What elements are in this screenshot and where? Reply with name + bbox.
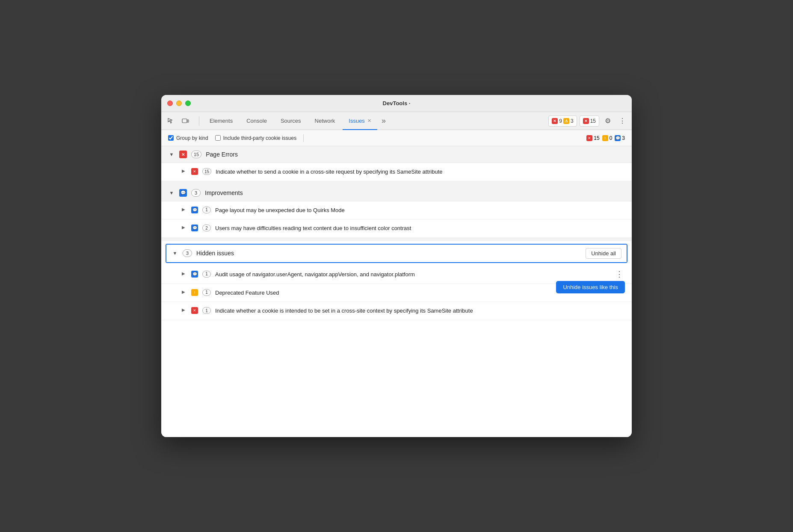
issue-navigator-audit[interactable]: ▶ 💬 1 Audit usage of navigator.userAgent… [161,266,632,284]
hidden-issues-count: 3 [183,249,192,257]
issue-error-icon: ✕ [191,168,198,175]
hidden-issues-title: Hidden issues [196,250,234,257]
tab-issues[interactable]: Issues ✕ [343,112,377,130]
warning-count: 3 [571,118,574,124]
filter-badges: ✕ 15 ! 0 💬 3 [586,135,625,141]
issues-count-badge: ✕ 15 [580,115,599,127]
more-tabs-button[interactable]: » [379,112,388,130]
issues-error-icon: ✕ [583,118,589,124]
improvements-info-icon: 💬 [179,189,187,197]
issue-info-icon: 💬 [191,271,198,278]
issue-context-menu-button[interactable]: ⋮ [614,269,625,279]
tab-elements[interactable]: Elements [204,112,239,130]
improvements-count: 3 [191,189,201,197]
close-button[interactable] [167,100,173,106]
filter-divider [303,134,304,142]
issue-count: 15 [202,168,211,175]
page-errors-error-icon: ✕ [179,151,187,158]
issue-count: 1 [202,289,211,296]
issue-expand-icon[interactable]: ▶ [182,290,187,294]
title-bar: DevTools · [161,95,632,112]
issue-expand-icon[interactable]: ▶ [182,307,187,312]
issue-warning-icon: ! [191,289,198,296]
filter-info-badge: 💬 3 [615,135,625,141]
issue-text: Page layout may be unexpected due to Qui… [215,206,625,215]
issues-content: ▼ ✕ 15 Page Errors ▶ ✕ 15 Indicate wheth… [161,146,632,437]
tab-console[interactable]: Console [240,112,273,130]
issue-text: Indicate whether a cookie is intended to… [215,307,625,315]
issue-count: 2 [202,225,211,231]
toolbar-right: ✕ 9 ⚠ 3 ✕ 15 ⚙ ⋮ [548,115,628,127]
inspect-icon[interactable] [165,115,177,127]
minimize-button[interactable] [176,100,182,106]
error-icon: ✕ [552,118,558,124]
tab-bar: Elements Console Sources Network Issues … [161,112,632,130]
warning-icon: ⚠ [563,118,569,124]
traffic-lights [167,100,191,106]
issue-count: 1 [202,207,211,213]
filter-info-icon: 💬 [615,135,621,141]
issue-error-icon: ✕ [191,307,198,314]
group-by-kind-input[interactable] [168,135,174,141]
page-errors-expand-icon[interactable]: ▼ [168,152,175,157]
error-count: 9 [559,118,562,124]
issue-text: Users may have difficulties reading text… [215,224,625,233]
issue-text: Audit usage of navigator.userAgent, navi… [215,270,610,279]
hidden-issues-section-header[interactable]: ▼ 3 Hidden issues Unhide all [166,245,627,262]
tab-close-icon[interactable]: ✕ [367,118,371,124]
third-party-checkbox[interactable]: Include third-party cookie issues [215,135,296,141]
group-by-kind-checkbox[interactable]: Group by kind [168,135,208,141]
filter-error-badge: ✕ 15 [586,135,599,141]
filter-warning-icon: ! [602,135,608,141]
error-warning-badge: ✕ 9 ⚠ 3 [548,115,577,127]
section-gap-1 [161,181,632,185]
issue-quirks-mode[interactable]: ▶ 💬 1 Page layout may be unexpected due … [161,201,632,220]
page-errors-count: 15 [191,151,201,158]
tab-sources[interactable]: Sources [275,112,307,130]
issue-info-icon: 💬 [191,207,198,213]
svg-rect-1 [187,120,189,122]
unhide-all-button[interactable]: Unhide all [586,248,621,259]
maximize-button[interactable] [185,100,191,106]
settings-button[interactable]: ⚙ [602,115,614,127]
more-options-button[interactable]: ⋮ [616,115,628,127]
issue-info-icon: 💬 [191,225,198,231]
issue-expand-icon[interactable]: ▶ [182,225,187,230]
page-errors-title: Page Errors [206,151,238,158]
page-errors-section-header[interactable]: ▼ ✕ 15 Page Errors [161,146,632,163]
issue-expand-icon[interactable]: ▶ [182,168,187,173]
improvements-title: Improvements [205,189,243,196]
svg-rect-0 [182,119,187,123]
improvements-expand-icon[interactable]: ▼ [168,190,175,195]
issue-color-contrast[interactable]: ▶ 💬 2 Users may have difficulties readin… [161,219,632,238]
third-party-input[interactable] [215,135,221,141]
improvements-section-header[interactable]: ▼ 💬 3 Improvements [161,185,632,201]
issue-expand-icon[interactable]: ▶ [182,207,187,212]
toolbar-divider [199,116,199,126]
devtools-window: DevTools · Elements Console Source [161,95,632,437]
tab-network[interactable]: Network [309,112,341,130]
window-title: DevTools · [383,100,411,106]
issue-cookie-samesite[interactable]: ▶ ✕ 15 Indicate whether to send a cookie… [161,163,632,181]
hidden-issues-expand-icon[interactable]: ▼ [172,251,178,256]
filter-error-icon: ✕ [586,135,592,141]
issue-cookie-cross-site[interactable]: ▶ ✕ 1 Indicate whether a cookie is inten… [161,302,632,320]
issue-text: Indicate whether to send a cookie in a c… [216,168,625,176]
section-gap-2 [161,238,632,241]
unhide-issues-tooltip[interactable]: Unhide issues like this [556,281,625,293]
device-toggle-icon[interactable] [179,115,191,127]
toolbar-icons [165,115,191,127]
issues-count: 15 [590,118,596,124]
issue-count: 1 [202,271,211,278]
issue-expand-icon[interactable]: ▶ [182,271,187,276]
filter-warning-badge: ! 0 [602,135,613,141]
filter-bar: Group by kind Include third-party cookie… [161,130,632,146]
issue-count: 1 [202,307,211,314]
